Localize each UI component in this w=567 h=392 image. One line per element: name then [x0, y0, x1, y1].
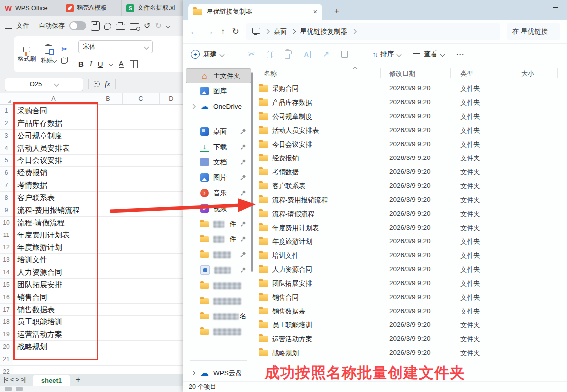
undo-icon[interactable]	[144, 22, 150, 30]
breadcrumb[interactable]: 桌面 星优链接复制器	[246, 23, 500, 40]
cell-c[interactable]	[124, 254, 160, 266]
cell-a[interactable]: 考情数据	[13, 179, 96, 192]
row-header[interactable]: 22	[0, 366, 13, 374]
chevron-down-icon[interactable]	[165, 23, 170, 28]
refresh-icon[interactable]: ↻	[232, 27, 239, 36]
minimize-icon[interactable]	[553, 7, 558, 8]
column-header-d[interactable]: D	[160, 93, 183, 104]
sidebar-item[interactable]: 下载	[186, 139, 251, 155]
italic-button[interactable]: I	[90, 60, 92, 68]
row-header[interactable]: 14	[0, 266, 13, 279]
sheet-nav-arrows[interactable]: |< < > >|	[4, 376, 25, 383]
cell-d[interactable]	[160, 105, 183, 117]
redo-icon[interactable]	[155, 22, 161, 30]
column-divider[interactable]	[450, 68, 451, 78]
cell-a[interactable]: 流程-费用报销流程	[13, 204, 96, 217]
file-row[interactable]: 流程-请假流程 2026/3/9 9:20 文件夹	[254, 207, 567, 221]
column-size[interactable]: 大小	[521, 69, 534, 78]
cell-a[interactable]	[13, 366, 96, 374]
text-effect-button[interactable]: A	[119, 60, 124, 68]
sidebar-item[interactable]	[186, 324, 251, 339]
file-row[interactable]: 产品库存数据 2026/3/9 9:20 文件夹	[254, 95, 567, 109]
cell-b[interactable]	[96, 254, 124, 266]
cell-c[interactable]	[124, 217, 160, 229]
new-tab-icon[interactable]: +	[334, 6, 339, 16]
sidebar-item[interactable]	[186, 278, 251, 293]
borders-button[interactable]	[130, 60, 138, 68]
cell-b[interactable]	[96, 130, 124, 142]
zoom-out-icon[interactable]	[94, 81, 100, 87]
column-header-c[interactable]: C	[123, 93, 160, 104]
cell-b[interactable]	[96, 266, 124, 279]
sidebar-item[interactable]: 名	[186, 309, 251, 324]
row-header[interactable]: 12	[0, 241, 13, 254]
file-row[interactable]: 公司规章制度 2026/3/9 9:20 文件夹	[254, 109, 567, 123]
cell-b[interactable]	[96, 229, 124, 241]
sidebar-item[interactable]	[186, 293, 251, 309]
file-row[interactable]: 战略规划 2026/3/9 9:20 文件夹	[254, 346, 567, 360]
cell-a[interactable]: 客户联系表	[13, 192, 96, 204]
more-options-icon[interactable]: ···	[456, 51, 465, 58]
row-header[interactable]: 13	[0, 254, 13, 266]
chevron-down-icon[interactable]	[108, 62, 113, 67]
cell-c[interactable]	[124, 167, 160, 179]
column-header-b[interactable]: B	[94, 93, 122, 104]
underline-button[interactable]: U	[98, 60, 103, 68]
cell-a[interactable]: 运营活动方案	[13, 328, 96, 341]
cell-b[interactable]	[96, 167, 124, 179]
cell-a[interactable]: 公司规章制度	[13, 130, 96, 142]
cell-c[interactable]	[124, 353, 160, 366]
sidebar-item-wps-cloud[interactable]: WPS云盘	[186, 365, 251, 381]
cell-c[interactable]	[124, 304, 160, 316]
cut-icon[interactable]	[248, 50, 255, 58]
file-row[interactable]: 考情数据 2026/3/9 9:20 文件夹	[254, 165, 567, 179]
file-menu[interactable]: 文件	[16, 21, 29, 30]
cell-b[interactable]	[96, 179, 124, 192]
row-header[interactable]: 3	[0, 130, 13, 142]
cell-d[interactable]	[160, 117, 183, 130]
file-row[interactable]: 销售数据表 2026/3/9 9:20 文件夹	[254, 304, 567, 318]
cell-c[interactable]	[124, 229, 160, 241]
cell-d[interactable]	[160, 204, 183, 217]
cell-d[interactable]	[160, 179, 183, 192]
cell-d[interactable]	[160, 304, 183, 316]
sheet-tab[interactable]: sheet1	[33, 375, 70, 386]
bold-button[interactable]: B	[78, 60, 84, 68]
cell-a[interactable]: 团队拓展安排	[13, 279, 96, 291]
cell-d[interactable]	[160, 217, 183, 229]
wps-app-tab[interactable]: WPS Office	[0, 0, 61, 16]
font-select[interactable]: 宋体	[78, 40, 153, 53]
autosave-toggle[interactable]	[69, 21, 86, 30]
sidebar-item[interactable]: OneDrive	[186, 99, 251, 114]
sidebar-item[interactable]: 件	[186, 232, 251, 247]
row-header[interactable]: 16	[0, 291, 13, 304]
row-header[interactable]: 6	[0, 167, 13, 179]
expand-ribbon-icon[interactable]	[176, 66, 180, 70]
wps-app-tab[interactable]: 文件名提取.xl	[122, 0, 183, 16]
cell-b[interactable]	[96, 328, 124, 341]
file-row[interactable]: 今日会议安排 2026/3/9 9:20 文件夹	[254, 137, 567, 151]
cell-c[interactable]	[124, 204, 160, 217]
fx-icon[interactable]: fx	[105, 80, 110, 88]
copy-icon[interactable]	[61, 57, 68, 64]
cell-b[interactable]	[96, 204, 124, 217]
cell-b[interactable]	[96, 316, 124, 328]
row-header[interactable]: 7	[0, 179, 13, 192]
cell-b[interactable]	[96, 105, 124, 117]
cell-d[interactable]	[160, 279, 183, 291]
row-header[interactable]: 21	[0, 353, 13, 366]
wps-app-tab[interactable]: 稻壳AI模板	[61, 0, 122, 16]
search-input[interactable]: 在 星优链接	[507, 23, 560, 40]
row-header[interactable]: 1	[0, 105, 13, 117]
chevron-right-icon[interactable]	[191, 371, 196, 376]
print-preview-icon[interactable]	[130, 23, 139, 30]
breadcrumb-item[interactable]: 星优链接复制器	[300, 27, 348, 36]
cell-b[interactable]	[96, 341, 124, 353]
format-painter-button[interactable]: 格式刷	[18, 46, 36, 63]
new-button[interactable]: 新建	[191, 50, 224, 59]
cell-d[interactable]	[160, 192, 183, 204]
cell-a[interactable]: 经费报销	[13, 167, 96, 179]
cell-b[interactable]	[96, 142, 124, 155]
cell-a[interactable]: 员工职能培训	[13, 316, 96, 328]
cell-c[interactable]	[124, 105, 160, 117]
